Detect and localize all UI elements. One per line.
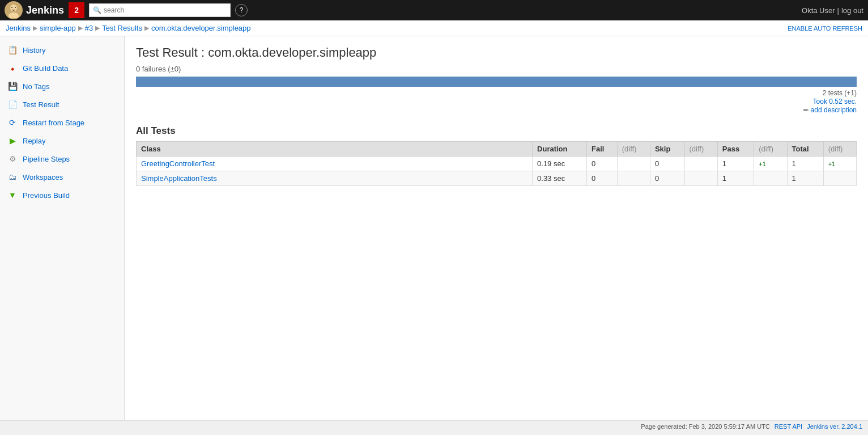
sidebar-item-replay[interactable]: ▶ Replay bbox=[0, 132, 124, 150]
git-icon: ⬥ bbox=[7, 62, 18, 74]
cell-skip-diff-1 bbox=[684, 157, 717, 171]
sidebar-item-no-tags[interactable]: 💾 No Tags bbox=[0, 77, 124, 95]
auto-refresh-link[interactable]: ENABLE AUTO REFRESH bbox=[788, 25, 862, 32]
logo-area: Jenkins bbox=[5, 1, 64, 19]
sidebar: 📋 History ⬥ Git Build Data 💾 No Tags 📄 T… bbox=[0, 36, 125, 420]
col-fail: Fail bbox=[587, 142, 618, 157]
breadcrumb-sep-1: ▶ bbox=[33, 24, 37, 32]
sidebar-item-restart-from-stage[interactable]: ⟳ Restart from Stage bbox=[0, 113, 124, 132]
class-link-2[interactable]: SimpleApplicationTests bbox=[141, 174, 217, 183]
layout: 📋 History ⬥ Git Build Data 💾 No Tags 📄 T… bbox=[0, 36, 868, 420]
col-duration: Duration bbox=[533, 142, 587, 157]
sidebar-label-tags: No Tags bbox=[23, 82, 49, 91]
cell-fail-2: 0 bbox=[587, 171, 618, 186]
col-skip-diff: (diff) bbox=[684, 142, 717, 157]
footer: Page generated: Feb 3, 2020 5:59:17 AM U… bbox=[0, 420, 868, 432]
cell-class-1: GreetingControllerTest bbox=[137, 157, 533, 171]
cell-skip-1: 0 bbox=[650, 157, 684, 171]
took-time: Took 0.52 sec. bbox=[813, 97, 857, 105]
jenkins-version-link[interactable]: Jenkins ver. 2.204.1 bbox=[807, 423, 862, 430]
cell-duration-2: 0.33 sec bbox=[533, 171, 587, 186]
search-icon: 🔍 bbox=[93, 6, 101, 14]
class-link-1[interactable]: GreetingControllerTest bbox=[141, 159, 215, 168]
cell-total-diff-2 bbox=[823, 171, 856, 186]
cell-pass-diff-1: +1 bbox=[754, 157, 787, 171]
took-time-link[interactable]: Took 0.52 sec. bbox=[813, 98, 857, 105]
sidebar-item-workspaces[interactable]: 🗂 Workspaces bbox=[0, 168, 124, 186]
cell-total-1: 1 bbox=[787, 157, 823, 171]
sidebar-label-workspaces: Workspaces bbox=[23, 173, 63, 181]
breadcrumb-jenkins[interactable]: Jenkins bbox=[6, 24, 31, 32]
tags-icon: 💾 bbox=[7, 81, 18, 92]
cell-fail-diff-2 bbox=[617, 171, 650, 186]
tests-count: 2 tests (+1) bbox=[823, 89, 857, 97]
user-area: Okta User | log out bbox=[802, 6, 863, 15]
sidebar-label-replay: Replay bbox=[23, 137, 45, 145]
breadcrumb-simple-app[interactable]: simple-app bbox=[40, 24, 76, 32]
edit-icon: ✏ bbox=[803, 107, 809, 113]
sidebar-item-history[interactable]: 📋 History bbox=[0, 41, 124, 59]
breadcrumb: Jenkins ▶ simple-app ▶ #3 ▶ Test Results… bbox=[0, 20, 868, 36]
failures-text: 0 failures (±0) bbox=[136, 65, 857, 73]
breadcrumb-build-number[interactable]: #3 bbox=[85, 24, 93, 32]
sidebar-item-pipeline-steps[interactable]: ⚙ Pipeline Steps bbox=[0, 150, 124, 168]
breadcrumb-sep-3: ▶ bbox=[95, 24, 100, 32]
sidebar-label-pipeline: Pipeline Steps bbox=[23, 155, 70, 163]
col-class: Class bbox=[137, 142, 533, 157]
col-total: Total bbox=[787, 142, 823, 157]
testresult-icon: 📄 bbox=[7, 99, 18, 110]
cell-fail-diff-1 bbox=[617, 157, 650, 171]
all-tests-heading: All Tests bbox=[136, 125, 857, 137]
navbar: Jenkins 2 🔍 ? Okta User | log out bbox=[0, 0, 868, 20]
col-fail-diff: (diff) bbox=[617, 142, 650, 157]
history-icon: 📋 bbox=[7, 44, 18, 56]
sidebar-label-testresult: Test Result bbox=[23, 100, 59, 109]
add-description-link[interactable]: add description bbox=[811, 106, 857, 114]
cell-duration-1: 0.19 sec bbox=[533, 157, 587, 171]
table-row: GreetingControllerTest 0.19 sec 0 0 1 +1… bbox=[137, 157, 857, 171]
breadcrumb-package[interactable]: com.okta.developer.simpleapp bbox=[151, 24, 251, 32]
user-name: Okta User bbox=[802, 6, 835, 15]
svg-point-4 bbox=[15, 7, 16, 8]
logout-link[interactable]: log out bbox=[841, 6, 863, 15]
sidebar-label-history: History bbox=[23, 46, 45, 54]
sidebar-label-prevbuild: Previous Build bbox=[23, 191, 70, 200]
restart-icon: ⟳ bbox=[7, 117, 18, 128]
replay-icon: ▶ bbox=[7, 135, 18, 146]
progress-bar-fill bbox=[136, 77, 857, 87]
col-skip: Skip bbox=[650, 142, 684, 157]
test-table: Class Duration Fail (diff) Skip (diff) P… bbox=[136, 141, 857, 186]
prevbuild-icon: ▼ bbox=[7, 189, 18, 201]
breadcrumb-test-results[interactable]: Test Results bbox=[102, 24, 142, 32]
col-total-diff: (diff) bbox=[823, 142, 856, 157]
add-description: ✏ add description bbox=[803, 105, 857, 114]
help-icon[interactable]: ? bbox=[235, 4, 248, 16]
progress-bar-container bbox=[136, 77, 857, 87]
separator: | bbox=[837, 6, 839, 15]
svg-point-3 bbox=[11, 7, 12, 8]
search-input[interactable] bbox=[104, 6, 227, 14]
page-generated-text: Page generated: Feb 3, 2020 5:59:17 AM U… bbox=[641, 423, 769, 430]
sidebar-item-previous-build[interactable]: ▼ Previous Build bbox=[0, 186, 124, 204]
cell-pass-diff-2 bbox=[754, 171, 787, 186]
sidebar-label-git: Git Build Data bbox=[23, 64, 68, 73]
pipeline-icon: ⚙ bbox=[7, 153, 18, 164]
jenkins-logo bbox=[5, 1, 23, 19]
table-row: SimpleApplicationTests 0.33 sec 0 0 1 1 bbox=[137, 171, 857, 186]
sidebar-item-git-build-data[interactable]: ⬥ Git Build Data bbox=[0, 59, 124, 77]
sidebar-item-test-result[interactable]: 📄 Test Result bbox=[0, 95, 124, 113]
workspaces-icon: 🗂 bbox=[7, 171, 18, 183]
cell-total-2: 1 bbox=[787, 171, 823, 186]
cell-pass-2: 1 bbox=[717, 171, 754, 186]
main-content: Test Result : com.okta.developer.simplea… bbox=[125, 36, 868, 420]
jenkins-avatar-icon bbox=[6, 2, 22, 18]
rest-api-link[interactable]: REST API bbox=[775, 423, 802, 430]
sidebar-label-restart: Restart from Stage bbox=[23, 119, 84, 127]
cell-total-diff-1: +1 bbox=[823, 157, 856, 171]
col-pass-diff: (diff) bbox=[754, 142, 787, 157]
table-body: GreetingControllerTest 0.19 sec 0 0 1 +1… bbox=[137, 157, 857, 186]
notification-badge[interactable]: 2 bbox=[69, 2, 84, 18]
app-title: Jenkins bbox=[26, 5, 64, 16]
search-box: 🔍 bbox=[89, 3, 231, 17]
page-title: Test Result : com.okta.developer.simplea… bbox=[136, 45, 857, 60]
